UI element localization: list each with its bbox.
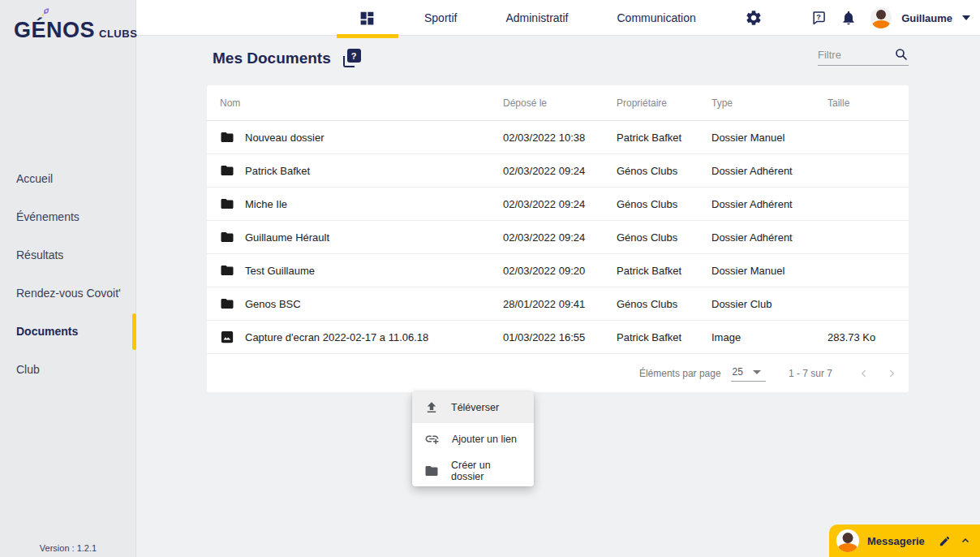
doc-type: Dossier Adhérent bbox=[711, 198, 827, 210]
folder-icon bbox=[220, 163, 234, 178]
pagination-range: 1 - 7 sur 7 bbox=[789, 368, 832, 379]
tab-administratif[interactable]: Administratif bbox=[481, 0, 592, 36]
doc-owner: Génos Clubs bbox=[617, 198, 711, 210]
search-icon[interactable] bbox=[894, 47, 909, 62]
messenger-label: Messagerie bbox=[867, 535, 931, 547]
messenger-bar[interactable]: Messagerie bbox=[829, 525, 980, 557]
chevron-down-icon bbox=[753, 370, 761, 374]
doc-type: Dossier Adhérent bbox=[711, 165, 827, 177]
compose-pencil-icon[interactable] bbox=[939, 535, 951, 547]
app-logo: GÉNOS CLUBS bbox=[14, 18, 137, 43]
doc-type: Dossier Manuel bbox=[711, 265, 827, 277]
col-taille: Taille bbox=[827, 97, 896, 109]
doc-name: Genos BSC bbox=[245, 298, 301, 310]
brand-primary: GÉNOS bbox=[14, 18, 95, 43]
doc-owner: Patrick Bafket bbox=[617, 265, 711, 277]
app-version: Version : 1.2.1 bbox=[0, 543, 136, 553]
doc-type: Dossier Adhérent bbox=[711, 231, 827, 244]
sidebar-item-club[interactable]: Club bbox=[0, 351, 135, 389]
doc-name: Capture d'ecran 2022-02-17 a 11.06.18 bbox=[245, 331, 428, 343]
header-tabs: Sportif Administratif Communication bbox=[334, 0, 787, 36]
folder-icon bbox=[220, 130, 234, 145]
brand-secondary: CLUBS bbox=[99, 28, 137, 40]
doc-name: Nouveau dossier bbox=[245, 132, 325, 144]
add-document-menu: Téléverser Ajouter un lien Créer un doss… bbox=[412, 391, 534, 486]
doc-owner: Patrick Bafket bbox=[617, 331, 711, 343]
doc-type: Dossier Club bbox=[711, 298, 827, 310]
doc-date: 02/03/2022 09:24 bbox=[503, 165, 617, 177]
sidebar-item-documents[interactable]: Documents bbox=[0, 313, 135, 351]
doc-name: Guillaume Hérault bbox=[245, 231, 329, 244]
tab-communication[interactable]: Communication bbox=[593, 0, 720, 36]
page-title: Mes Documents bbox=[213, 50, 331, 67]
chevron-up-icon[interactable] bbox=[961, 536, 970, 546]
doc-size: 283.73 Ko bbox=[827, 331, 896, 343]
folder-icon bbox=[220, 263, 234, 278]
doc-owner: Génos Clubs bbox=[617, 165, 711, 177]
messenger-avatar bbox=[836, 529, 859, 552]
menu-item-label: Téléverser bbox=[451, 402, 499, 413]
sidebar-nav: Accueil Événements Résultats Rendez-vous… bbox=[0, 160, 135, 389]
menu-item-televerser[interactable]: Téléverser bbox=[412, 391, 534, 423]
menu-item-creer-un-dossier[interactable]: Créer un dossier bbox=[412, 455, 534, 486]
doc-owner: Génos Clubs bbox=[617, 298, 711, 310]
items-per-page-select[interactable]: 25 bbox=[731, 365, 766, 382]
sidebar-item-resultats[interactable]: Résultats bbox=[0, 236, 135, 274]
col-nom: Nom bbox=[220, 97, 503, 109]
sidebar-item-rendez-vous-covoit[interactable]: Rendez-vous Covoit' bbox=[0, 274, 135, 313]
doc-date: 02/03/2022 10:38 bbox=[503, 132, 617, 144]
folder-icon bbox=[220, 296, 234, 311]
doc-date: 02/03/2022 09:20 bbox=[503, 265, 617, 277]
table-row[interactable]: Genos BSC 28/01/2022 09:41 Génos Clubs D… bbox=[207, 287, 909, 321]
sidebar-item-accueil[interactable]: Accueil bbox=[0, 160, 135, 198]
doc-type: Dossier Manuel bbox=[711, 132, 827, 144]
rocket-icon bbox=[40, 6, 51, 18]
table-row[interactable]: Guillaume Hérault 02/03/2022 09:24 Génos… bbox=[207, 221, 909, 254]
menu-item-label: Créer un dossier bbox=[451, 460, 522, 482]
top-header: Sportif Administratif Communication ? Gu… bbox=[136, 0, 980, 36]
previous-page-icon[interactable] bbox=[858, 368, 870, 379]
tab-settings[interactable] bbox=[720, 0, 787, 36]
sidebar-item-evenements[interactable]: Événements bbox=[0, 198, 135, 236]
dashboard-icon bbox=[359, 10, 376, 27]
doc-owner: Génos Clubs bbox=[617, 231, 711, 244]
doc-type: Image bbox=[711, 331, 827, 343]
doc-name: Miche Ile bbox=[245, 198, 287, 210]
table-row[interactable]: Miche Ile 02/03/2022 09:24 Génos Clubs D… bbox=[207, 188, 909, 221]
sidebar: GÉNOS CLUBS Accueil Événements Résultats… bbox=[0, 0, 136, 557]
user-name: Guillaume bbox=[901, 12, 952, 24]
documents-table: Nom Déposé le Propriétaire Type Taille N… bbox=[207, 85, 909, 392]
items-per-page-label: Éléments par page bbox=[639, 368, 721, 379]
menu-item-ajouter-un-lien[interactable]: Ajouter un lien bbox=[412, 423, 534, 455]
table-row[interactable]: Patrick Bafket 02/03/2022 09:24 Génos Cl… bbox=[207, 154, 909, 188]
user-menu[interactable]: Guillaume bbox=[870, 7, 970, 28]
chevron-down-icon bbox=[962, 15, 970, 20]
doc-name: Patrick Bafket bbox=[245, 165, 310, 177]
notifications-bell-icon[interactable] bbox=[840, 10, 857, 26]
doc-date: 02/03/2022 09:24 bbox=[503, 198, 617, 210]
table-row[interactable]: Test Guillaume 02/03/2022 09:20 Patrick … bbox=[207, 254, 909, 287]
col-type: Type bbox=[711, 97, 827, 109]
tab-dashboard[interactable] bbox=[334, 0, 400, 36]
next-page-icon[interactable] bbox=[886, 368, 897, 379]
svg-text:?: ? bbox=[816, 13, 821, 21]
doc-date: 28/01/2022 09:41 bbox=[503, 298, 617, 310]
table-row[interactable]: Capture d'ecran 2022-02-17 a 11.06.18 01… bbox=[207, 321, 909, 354]
tab-sportif[interactable]: Sportif bbox=[400, 0, 481, 36]
doc-date: 02/03/2022 09:24 bbox=[503, 231, 617, 244]
page-help-icon[interactable] bbox=[342, 49, 361, 67]
settings-gear-icon bbox=[745, 9, 763, 27]
col-proprietaire: Propriétaire bbox=[617, 97, 711, 109]
table-row[interactable]: Nouveau dossier 02/03/2022 10:38 Patrick… bbox=[207, 121, 909, 154]
add-link-icon bbox=[424, 431, 440, 447]
col-depose-le: Déposé le bbox=[503, 97, 617, 109]
user-avatar bbox=[870, 7, 892, 28]
table-header-row: Nom Déposé le Propriétaire Type Taille bbox=[207, 85, 909, 121]
folder-icon bbox=[220, 196, 234, 211]
doc-name: Test Guillaume bbox=[245, 265, 315, 277]
upload-icon bbox=[424, 400, 439, 415]
pagination-bar: Éléments par page 25 1 - 7 sur 7 bbox=[207, 354, 909, 392]
help-icon[interactable]: ? bbox=[810, 10, 827, 26]
menu-item-label: Ajouter un lien bbox=[452, 434, 517, 445]
filter-field bbox=[818, 45, 909, 66]
